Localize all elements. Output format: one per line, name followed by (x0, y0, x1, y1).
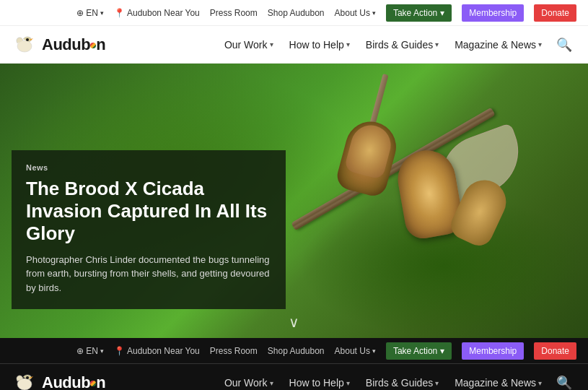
shop-link[interactable]: Shop Audubon (268, 8, 325, 18)
scroll-down-indicator[interactable]: ∨ (289, 313, 299, 331)
logo-text: Audubn (42, 35, 105, 54)
bottom-globe-icon: ⊕ (76, 346, 84, 356)
bottom-take-action-button[interactable]: Take Action ▾ (386, 342, 452, 360)
bottom-nav-magazine-news[interactable]: Magazine & News ▾ (449, 373, 548, 390)
shop-label: Shop Audubon (268, 8, 325, 18)
logo-bird-icon (12, 32, 38, 58)
bottom-press-room-link[interactable]: Press Room (210, 346, 258, 356)
bottom-membership-button[interactable]: Membership (462, 342, 524, 360)
bottom-about-chevron-icon: ▾ (372, 347, 376, 355)
top-nav: ⊕ EN ▾ 📍 Audubon Near You Press Room Sho… (0, 0, 588, 26)
hero-description: Photographer Chris Linder documented the… (26, 253, 271, 295)
about-chevron-icon: ▾ (372, 9, 376, 17)
our-work-label: Our Work (224, 39, 268, 51)
press-room-link[interactable]: Press Room (210, 8, 258, 18)
bottom-nav-how-to-help[interactable]: How to Help ▾ (284, 373, 356, 390)
membership-label: Membership (469, 8, 517, 18)
main-nav: Audubn Our Work ▾ How to Help ▾ Birds & … (0, 26, 588, 64)
svg-point-3 (26, 376, 29, 379)
bottom-search-icon: 🔍 (556, 376, 572, 390)
globe-icon: ⊕ (76, 8, 84, 18)
bottom-nav-birds-guides[interactable]: Birds & Guides ▾ (360, 373, 444, 390)
bottom-nav-links: Our Work ▾ How to Help ▾ Birds & Guides … (219, 372, 576, 390)
bottom-about-label: About Us (335, 346, 370, 356)
bottom-logo-text: Audubn (42, 373, 105, 390)
take-action-button[interactable]: Take Action ▾ (386, 4, 452, 22)
bottom-our-work-chevron-icon: ▾ (270, 379, 273, 387)
bottom-take-action-label: Take Action (393, 346, 437, 356)
location-label: Audubon Near You (127, 8, 200, 18)
our-work-chevron-icon: ▾ (270, 40, 273, 48)
hero-title: The Brood X Cicada Invasion Captured In … (26, 178, 271, 246)
birds-guides-label: Birds & Guides (366, 39, 433, 51)
bottom-main-nav: Audubn Our Work ▾ How to Help ▾ Birds & … (0, 364, 588, 390)
donate-button[interactable]: Donate (534, 4, 576, 22)
bottom-top-nav: ⊕ EN ▾ 📍 Audubon Near You Press Room Sho… (0, 338, 588, 364)
donate-label: Donate (541, 8, 569, 18)
bottom-shop-link[interactable]: Shop Audubon (268, 346, 325, 356)
bottom-our-work-label: Our Work (224, 377, 268, 389)
nav-links: Our Work ▾ How to Help ▾ Birds & Guides … (219, 34, 576, 56)
bottom-birds-guides-label: Birds & Guides (366, 377, 433, 389)
take-action-label: Take Action (393, 8, 437, 18)
bottom-about-menu[interactable]: About Us ▾ (335, 346, 376, 356)
membership-button[interactable]: Membership (462, 4, 524, 22)
bottom-language-label: EN (86, 346, 98, 356)
how-to-help-label: How to Help (289, 39, 344, 51)
bottom-press-room-label: Press Room (210, 346, 258, 356)
how-to-help-chevron-icon: ▾ (346, 40, 350, 48)
magazine-news-chevron-icon: ▾ (538, 40, 542, 48)
bottom-magazine-news-chevron-icon: ▾ (538, 379, 542, 387)
bottom-take-action-chevron-icon: ▾ (440, 346, 444, 356)
bottom-membership-label: Membership (469, 346, 517, 356)
cicada-1-illustration (334, 116, 401, 199)
magazine-news-label: Magazine & News (455, 39, 536, 51)
nav-our-work[interactable]: Our Work ▾ (219, 35, 279, 55)
bottom-location-label: Audubon Near You (127, 346, 200, 356)
language-chevron-icon: ▾ (100, 9, 104, 17)
hero-overlay: News The Brood X Cicada Invasion Capture… (12, 150, 286, 309)
bottom-donate-label: Donate (541, 346, 569, 356)
pin-icon: 📍 (114, 8, 125, 18)
nav-birds-guides[interactable]: Birds & Guides ▾ (360, 35, 444, 55)
bottom-language-selector[interactable]: ⊕ EN ▾ (76, 346, 104, 356)
location-selector[interactable]: 📍 Audubon Near You (114, 8, 200, 18)
take-action-chevron-icon: ▾ (440, 8, 444, 18)
language-label: EN (86, 8, 98, 18)
bottom-magazine-news-label: Magazine & News (455, 377, 536, 389)
about-menu[interactable]: About Us ▾ (335, 8, 376, 18)
nav-magazine-news[interactable]: Magazine & News ▾ (449, 35, 548, 55)
bottom-nav-section: ⊕ EN ▾ 📍 Audubon Near You Press Room Sho… (0, 338, 588, 390)
birds-guides-chevron-icon: ▾ (435, 40, 439, 48)
bottom-how-to-help-label: How to Help (289, 377, 344, 389)
bottom-language-chevron-icon: ▾ (100, 347, 104, 355)
nav-how-to-help[interactable]: How to Help ▾ (284, 35, 356, 55)
search-button[interactable]: 🔍 (552, 34, 576, 56)
bottom-logo[interactable]: Audubn (12, 370, 105, 390)
bottom-search-button[interactable]: 🔍 (552, 372, 576, 390)
search-icon: 🔍 (556, 38, 572, 52)
bottom-location-selector[interactable]: 📍 Audubon Near You (114, 346, 200, 356)
bottom-birds-guides-chevron-icon: ▾ (435, 379, 439, 387)
bottom-shop-label: Shop Audubon (268, 346, 325, 356)
hero-section: News The Brood X Cicada Invasion Capture… (0, 64, 588, 338)
bottom-logo-bird-icon (12, 370, 38, 390)
bottom-nav-our-work[interactable]: Our Work ▾ (219, 373, 279, 390)
cicada-illustration (256, 78, 545, 324)
svg-point-1 (26, 38, 29, 41)
hero-tag: News (26, 163, 271, 172)
bottom-donate-button[interactable]: Donate (534, 342, 576, 360)
about-label: About Us (335, 8, 370, 18)
language-selector[interactable]: ⊕ EN ▾ (76, 8, 104, 18)
press-room-label: Press Room (210, 8, 258, 18)
bottom-how-to-help-chevron-icon: ▾ (346, 379, 350, 387)
bottom-pin-icon: 📍 (114, 346, 125, 356)
logo[interactable]: Audubn (12, 32, 105, 58)
